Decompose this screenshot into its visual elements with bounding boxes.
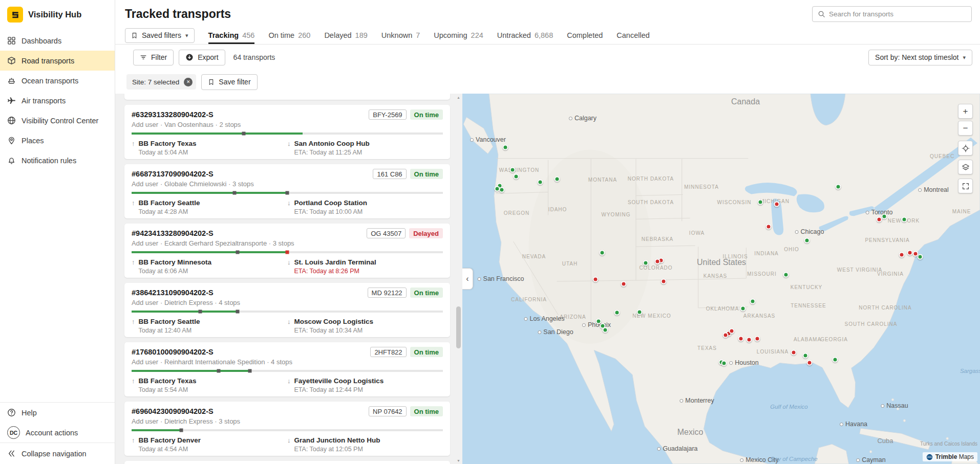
filter-button[interactable]: Filter (133, 50, 174, 65)
site-filter-chip[interactable]: Site: 7 selected ✕ (126, 74, 196, 90)
add-user-link[interactable]: Add user (132, 239, 158, 247)
transport-location-dot[interactable] (600, 250, 605, 256)
tab-delayed[interactable]: Delayed189 (324, 27, 367, 44)
list-scrollbar[interactable]: ▲ ▼ (455, 94, 462, 464)
fullscreen-button[interactable] (958, 179, 973, 193)
transport-location-dot[interactable] (750, 299, 756, 304)
transport-location-dot[interactable] (637, 310, 643, 315)
transport-location-dot[interactable] (729, 328, 735, 334)
sidebar-item-dashboards[interactable]: Dashboards (0, 31, 115, 51)
origin-time: Today at 4:28 AM (139, 208, 200, 215)
transport-location-dot[interactable] (740, 306, 746, 312)
transport-id[interactable]: #63293133280904202-S (132, 111, 214, 119)
transport-location-dot[interactable] (738, 336, 744, 342)
tab-completed[interactable]: Completed (567, 27, 603, 44)
scroll-down-icon[interactable]: ▼ (455, 457, 462, 464)
transport-location-dot[interactable] (791, 350, 797, 356)
tab-untracked[interactable]: Untracked6,868 (497, 27, 553, 44)
map[interactable]: CanadaUnited StatesMexicoCubaQUEBECCalga… (462, 94, 980, 464)
transport-location-dot[interactable] (655, 259, 661, 264)
transport-id[interactable]: #94234133280904202-S (132, 229, 214, 237)
transport-location-dot[interactable] (514, 174, 519, 180)
transport-location-dot[interactable] (555, 176, 560, 182)
app-logo[interactable]: Visibility Hub (0, 0, 115, 31)
remove-filter-icon[interactable]: ✕ (184, 78, 193, 86)
transport-location-dot[interactable] (766, 224, 772, 230)
transport-location-dot[interactable] (747, 337, 752, 343)
transport-id[interactable]: #66873137090904202-S (132, 170, 214, 178)
add-user-link[interactable]: Add user (132, 417, 158, 425)
transport-location-dot[interactable] (503, 145, 508, 150)
transport-location-dot[interactable] (902, 217, 907, 223)
collapse-map-panel-button[interactable]: ‹ (462, 268, 473, 290)
add-user-link[interactable]: Add user (132, 121, 158, 128)
sidebar-item-places[interactable]: Places (0, 130, 115, 150)
transport-location-dot[interactable] (807, 360, 813, 366)
transport-location-dot[interactable] (804, 238, 810, 244)
transport-location-dot[interactable] (758, 200, 763, 205)
transport-location-dot[interactable] (593, 277, 599, 282)
transport-card[interactable]: #38642131090904202-S MD 92122On time Add… (124, 283, 450, 337)
scroll-up-icon[interactable]: ▲ (455, 94, 462, 101)
transport-location-dot[interactable] (783, 272, 789, 278)
sidebar-item-notification-rules[interactable]: Notification rules (0, 150, 115, 170)
zoom-out-button[interactable]: − (958, 121, 973, 136)
partially-visible-card[interactable] (124, 94, 450, 100)
transport-card[interactable]: #63293133280904202-S BFY-2569On time Add… (124, 105, 450, 159)
transport-location-dot[interactable] (723, 333, 729, 338)
partially-visible-card[interactable] (124, 461, 450, 464)
transport-id[interactable]: #38642131090904202-S (132, 289, 214, 297)
scrollbar-thumb[interactable] (456, 306, 461, 348)
transport-location-dot[interactable] (836, 184, 841, 190)
add-user-link[interactable]: Add user (132, 358, 158, 366)
tab-on-time[interactable]: On time260 (268, 27, 310, 44)
recenter-button[interactable] (958, 141, 973, 156)
transport-card[interactable]: #66873137090904202-S 161 C86On time Add … (124, 164, 450, 218)
tab-tracking[interactable]: Tracking456 (208, 27, 255, 44)
map-attribution[interactable]: Trimble Maps (923, 452, 977, 461)
transport-location-dot[interactable] (907, 250, 913, 256)
sidebar-item-help[interactable]: Help (0, 403, 115, 423)
transport-location-dot[interactable] (877, 217, 882, 223)
transport-id[interactable]: #69604230090904202-S (132, 407, 214, 415)
transport-card[interactable]: #17680100090904202-S 2HFT822On time Add … (124, 342, 450, 396)
transport-location-dot[interactable] (621, 281, 627, 287)
transport-location-dot[interactable] (755, 336, 760, 342)
transport-card[interactable]: #69604230090904202-S NP 07642On time Add… (124, 402, 450, 456)
transport-location-dot[interactable] (721, 361, 727, 366)
transport-location-dot[interactable] (913, 251, 919, 257)
sidebar-item-visibility-control-center[interactable]: Visibility Control Center (0, 111, 115, 130)
tab-cancelled[interactable]: Cancelled (616, 27, 650, 44)
save-filter-button[interactable]: Save filter (201, 74, 257, 90)
transport-location-dot[interactable] (882, 214, 887, 219)
transport-location-dot[interactable] (661, 279, 667, 284)
layers-button[interactable] (958, 160, 973, 174)
transport-location-dot[interactable] (614, 310, 620, 316)
sidebar-item-ocean-transports[interactable]: Ocean transports (0, 71, 115, 91)
search-input[interactable] (829, 10, 966, 18)
transport-id[interactable]: #17680100090904202-S (132, 348, 214, 356)
saved-filters-dropdown[interactable]: Saved filters ▾ (125, 28, 195, 43)
transport-location-dot[interactable] (899, 252, 905, 258)
transport-location-dot[interactable] (643, 260, 649, 266)
tab-unknown[interactable]: Unknown7 (381, 27, 420, 44)
sidebar-item-account-actions[interactable]: DC Account actions (0, 423, 115, 443)
transport-location-dot[interactable] (603, 327, 608, 333)
transport-location-dot[interactable] (538, 180, 543, 185)
transport-location-dot[interactable] (918, 254, 923, 260)
transport-card[interactable]: #94234133280904202-S OG 43507Delayed Add… (124, 224, 450, 278)
export-button[interactable]: Export (179, 50, 225, 65)
add-user-link[interactable]: Add user (132, 299, 158, 306)
tab-upcoming[interactable]: Upcoming224 (434, 27, 483, 44)
sidebar-item-air-transports[interactable]: Air transports (0, 91, 115, 111)
transport-location-dot[interactable] (774, 202, 780, 207)
sort-by-dropdown[interactable]: Sort by: Next stop timeslot ▾ (868, 50, 972, 65)
transport-location-dot[interactable] (803, 353, 808, 359)
transport-location-dot[interactable] (495, 186, 500, 192)
transport-location-dot[interactable] (833, 357, 838, 363)
collapse-navigation-button[interactable]: Collapse navigation (0, 443, 115, 464)
transport-location-dot[interactable] (510, 167, 516, 173)
add-user-link[interactable]: Add user (132, 180, 158, 188)
zoom-in-button[interactable]: + (958, 104, 973, 119)
sidebar-item-road-transports[interactable]: Road transports (0, 51, 115, 71)
